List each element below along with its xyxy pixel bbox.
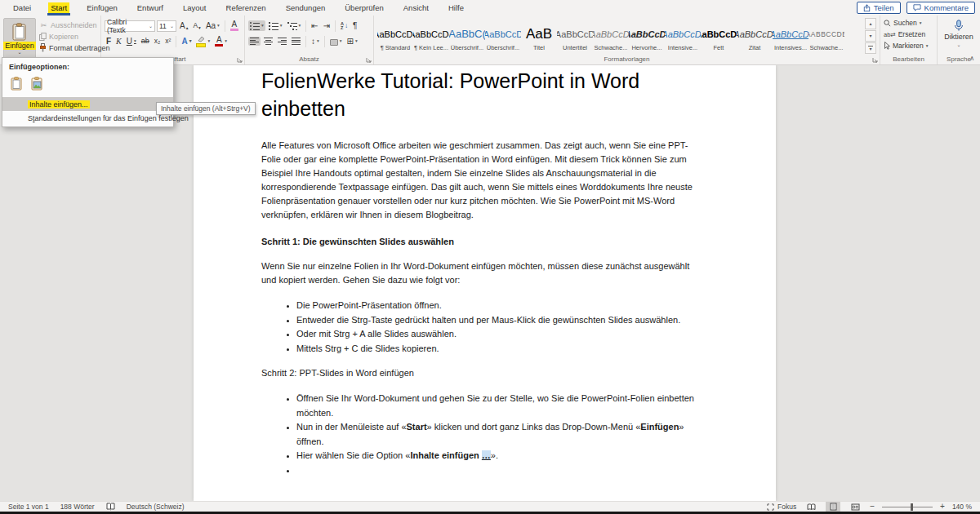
menu-item-paste-special[interactable]: Inhalte einfügen...	[2, 97, 173, 111]
tab-ansicht[interactable]: Ansicht	[394, 0, 439, 16]
tab-referenzen[interactable]: Referenzen	[216, 0, 276, 16]
underline-button[interactable]: U▾	[125, 36, 138, 47]
increase-indent-button[interactable]: ⇥	[322, 20, 332, 31]
read-mode-button[interactable]	[804, 502, 818, 512]
select-button[interactable]: Markieren ▾	[884, 40, 933, 51]
italic-button[interactable]: K	[114, 36, 123, 47]
chevron-down-icon: ⌄	[149, 23, 153, 29]
bullet-list-button[interactable]: ▾	[248, 20, 265, 31]
style-card-untertitel[interactable]: AaBbCcDUntertitel	[557, 18, 593, 52]
numbered-list-button[interactable]: ▾	[267, 20, 284, 31]
font-size-combo[interactable]: 11 ⌄	[157, 20, 176, 32]
zoom-out-button[interactable]: −	[870, 503, 875, 511]
shading-button[interactable]: ▾	[328, 36, 344, 47]
style-card-überschrif-[interactable]: AaBbC(Überschrif...	[449, 18, 485, 52]
strikethrough-button[interactable]: ab	[140, 36, 151, 47]
proofing-status-icon[interactable]	[106, 503, 115, 511]
page-indicator[interactable]: Seite 1 von 1	[8, 503, 49, 511]
collapse-ribbon-button[interactable]: ∧	[969, 55, 974, 62]
style-card-fett[interactable]: AaBbCcDcFett	[701, 18, 737, 52]
justify-button[interactable]	[290, 37, 302, 46]
style-card-zitat[interactable]: AaBbCcDtZitat	[737, 18, 773, 52]
text-effects-button[interactable]: A▾	[180, 36, 193, 47]
paste-options-header: Einfügeoptionen:	[2, 58, 173, 74]
align-right-button[interactable]	[276, 37, 288, 46]
tab-hilfe[interactable]: Hilfe	[439, 0, 474, 16]
show-paragraph-marks-button[interactable]: ¶	[351, 20, 359, 31]
multilevel-list-button[interactable]: ▾	[286, 20, 303, 31]
line-spacing-button[interactable]: ↕▾	[310, 36, 321, 47]
decrease-indent-button[interactable]: ⇤	[310, 20, 319, 31]
style-card-schwache-[interactable]: AaBbCcDtSchwache...	[593, 18, 629, 52]
zoom-in-button[interactable]: +	[940, 503, 945, 511]
font-size-value: 11	[159, 22, 167, 30]
paste-button[interactable]: Einfügen ⌄	[3, 18, 36, 59]
style-sample: AABBCCDE	[808, 25, 844, 43]
style-card-überschrif-[interactable]: AaBbCcDÜberschrif...	[485, 18, 521, 52]
share-button[interactable]: Teilen	[857, 2, 901, 14]
font-dialog-launcher[interactable]	[237, 57, 243, 63]
align-center-button[interactable]	[262, 37, 274, 46]
style-card-intensive-[interactable]: AaBbCcDtIntensive...	[665, 18, 701, 52]
tab-layout[interactable]: Layout	[173, 0, 216, 16]
style-sample: AaBbCcDc	[377, 25, 413, 43]
style-card--kein-lee-[interactable]: AaBbCcDc¶ Kein Lee...	[413, 18, 449, 52]
tab-überprüfen[interactable]: Überprüfen	[335, 0, 394, 16]
paste-dropdown-chevron-icon[interactable]: ⌄	[17, 51, 21, 55]
bold-button[interactable]: F	[105, 36, 113, 47]
dictate-button[interactable]: Diktieren ⌄	[941, 17, 977, 47]
menu-item-set-default-paste[interactable]: Standardeinstellungen für das Einfügen f…	[2, 111, 173, 125]
tab-label: Entwurf	[135, 2, 166, 13]
word-count[interactable]: 188 Wörter	[60, 503, 95, 511]
print-layout-button[interactable]	[826, 502, 840, 512]
paste-as-picture-option[interactable]	[29, 75, 45, 91]
web-layout-button[interactable]	[848, 502, 862, 512]
paste-keep-source-formatting-option[interactable]	[8, 75, 24, 91]
styles-more-button[interactable]: ▾	[865, 42, 876, 54]
style-card-titel[interactable]: AaBTitel	[521, 18, 557, 52]
superscript-button[interactable]: x²	[163, 36, 172, 47]
replace-button[interactable]: ab⇄ Ersetzen	[884, 29, 933, 40]
bullet-item: Die PowerPoint-Präsentation öffnen.	[296, 299, 706, 313]
focus-mode-button[interactable]: Fokus	[767, 503, 796, 511]
shrink-font-button[interactable]: A▾	[191, 20, 202, 31]
tab-einfügen[interactable]: Einfügen	[77, 0, 127, 16]
language-indicator[interactable]: Deutsch (Schweiz)	[127, 503, 185, 511]
comments-button[interactable]: Kommentare	[906, 2, 975, 14]
bullet-item: Mittels Strg + C die Slides kopieren.	[296, 342, 706, 357]
copy-button[interactable]: Kopieren	[39, 31, 110, 42]
style-card-hervorhe-[interactable]: AaBbCcDtHervorhe...	[629, 18, 665, 52]
text-highlight-button[interactable]: ▾	[194, 35, 212, 48]
find-button[interactable]: Suchen ▾	[884, 17, 933, 29]
style-card-intensives-[interactable]: AaBbCcDtIntensives...	[773, 18, 808, 52]
font-color-button[interactable]: A ▾	[213, 35, 229, 47]
tab-label: Layout	[180, 2, 209, 13]
style-card--standard[interactable]: AaBbCcDc¶ Standard	[377, 18, 413, 52]
styles-scroll-down-button[interactable]: ▾	[865, 30, 876, 42]
tab-sendungen[interactable]: Sendungen	[276, 0, 336, 16]
zoom-slider[interactable]	[882, 507, 933, 507]
tab-datei[interactable]: Datei	[3, 0, 41, 16]
align-left-button[interactable]	[248, 37, 261, 46]
font-family-combo[interactable]: Calibri (Textk ⌄	[105, 20, 155, 32]
document-content: FolienWerke Tutorial: PowerPoint in Word…	[194, 65, 776, 477]
paragraph-dialog-launcher[interactable]	[366, 57, 372, 63]
zoom-slider-handle[interactable]	[911, 503, 913, 511]
sort-button[interactable]: AZ↓	[339, 21, 350, 30]
subscript-button[interactable]: x₂	[153, 36, 163, 47]
change-case-button[interactable]: Aa▾	[204, 20, 221, 31]
grow-font-button[interactable]: A▴	[178, 20, 189, 31]
document-page[interactable]: FolienWerke Tutorial: PowerPoint in Word…	[194, 65, 776, 501]
tab-entwurf[interactable]: Entwurf	[127, 0, 173, 16]
styles-dialog-launcher[interactable]	[872, 57, 878, 63]
cut-button[interactable]: ✂ Ausschneiden	[39, 20, 110, 30]
copy-icon	[39, 33, 47, 41]
borders-button[interactable]: ⊞▾	[345, 36, 359, 47]
style-label: Intensive...	[668, 44, 697, 51]
tab-start[interactable]: Start	[41, 0, 77, 16]
style-card-schwache-[interactable]: AABBCCDESchwache...	[808, 18, 844, 52]
styles-scroll-up-button[interactable]: ▴	[865, 18, 876, 29]
zoom-level[interactable]: 140 %	[952, 503, 972, 511]
clear-formatting-button[interactable]: A	[229, 20, 240, 32]
format-painter-button[interactable]: Format übertragen	[39, 42, 110, 53]
